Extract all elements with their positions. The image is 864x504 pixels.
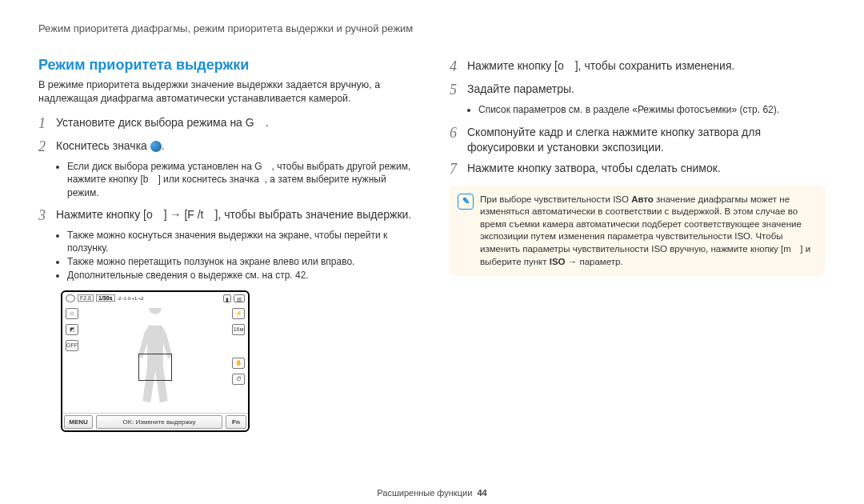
camera-top-bar: F2.8 1/30s -2··-1··0··+1··+2 ▮ ▥ — [62, 292, 248, 305]
note-icon: ✎ — [458, 194, 474, 210]
note-bold: Авто — [631, 194, 654, 204]
globe-icon — [150, 141, 162, 152]
step-text: Скомпонуйте кадр и слегка нажмите кнопку… — [467, 123, 826, 156]
footer-label: Расширенные функции — [377, 488, 472, 498]
note-text-part: → параметр. — [566, 257, 623, 266]
step-text: Коснитесь значка . — [56, 137, 165, 157]
section-intro: В режиме приоритета выдержки значение вы… — [38, 78, 414, 106]
left-column: Режим приоритета выдержки В режиме приор… — [38, 57, 414, 432]
page-header: Режим приоритета диафрагмы, режим приори… — [38, 22, 826, 34]
bullet-item: Также можно перетащить ползунок на экран… — [67, 255, 414, 268]
page-number: 44 — [477, 488, 486, 498]
step-1: 1 Установите диск выбора режима на G . — [38, 114, 414, 134]
note-text-part: При выборе чувствительности ISO — [480, 194, 631, 204]
step-2: 2 Коснитесь значка . — [38, 137, 414, 157]
step-4: 4 Нажмите кнопку [o ], чтобы сохранить и… — [450, 57, 826, 77]
ok-hint: OK: Измените выдержку — [96, 415, 222, 429]
section-title: Режим приоритета выдержки — [38, 57, 414, 74]
step-5-bullets: Список параметров см. в разделе «Режимы … — [474, 103, 826, 116]
aperture-value: F2.8 — [78, 294, 94, 302]
step-5: 5 Задайте параметры. — [450, 80, 826, 100]
step-number: 5 — [450, 80, 467, 100]
mode-icon — [66, 294, 75, 302]
step-text: Установите диск выбора режима на G . — [56, 114, 269, 134]
note-box: ✎ При выборе чувствительности ISO Авто з… — [450, 186, 826, 276]
step-2-bullets: Если диск выбора режима установлен на G … — [62, 160, 414, 199]
camera-bottom-bar: MENU OK: Измените выдержку Fn — [62, 413, 248, 430]
step-number: 7 — [450, 159, 467, 179]
right-column: 4 Нажмите кнопку [o ], чтобы сохранить и… — [450, 57, 826, 432]
step-text: Нажмите кнопку [o ] → [F /t ], чтобы выб… — [56, 206, 411, 226]
ev-scale: -2··-1··0··+1··+2 — [118, 296, 144, 301]
step-text-post: . — [162, 139, 165, 152]
shutter-value: 1/30s — [96, 294, 115, 302]
page-footer: Расширенные функции 44 — [0, 488, 864, 498]
step-number: 3 — [38, 206, 56, 226]
bullet-text: Если диск выбора режима установлен на G … — [67, 161, 410, 198]
note-bold: ISO — [550, 257, 566, 266]
step-text-pre: Коснитесь значка — [56, 139, 150, 152]
step-3: 3 Нажмите кнопку [o ] → [F /t ], чтобы в… — [38, 206, 414, 226]
step-text: Нажмите кнопку затвора, чтобы сделать сн… — [467, 159, 721, 179]
camera-body — [62, 305, 248, 413]
step-number: 4 — [450, 57, 467, 77]
camera-preview-illustration: F2.8 1/30s -2··-1··0··+1··+2 ▮ ▥ ⌂ ◩ OFF… — [61, 290, 250, 432]
step-7: 7 Нажмите кнопку затвора, чтобы сделать … — [450, 159, 826, 179]
single-shot-icon: ▮ — [223, 294, 231, 302]
battery-icon: ▥ — [234, 294, 245, 302]
step-text: Задайте параметры. — [467, 80, 574, 100]
step-text: Нажмите кнопку [o ], чтобы сохранить изм… — [467, 57, 734, 77]
fn-button[interactable]: Fn — [226, 415, 246, 429]
bullet-item: Список параметров см. в разделе «Режимы … — [478, 103, 826, 116]
bullet-item: Если диск выбора режима установлен на G … — [67, 160, 414, 199]
focus-box — [138, 354, 172, 381]
bullet-item: Также можно коснуться значения выдержки … — [67, 229, 414, 254]
bullet-item: Дополнительные сведения о выдержке см. н… — [67, 269, 414, 282]
step-number: 1 — [38, 114, 56, 134]
note-text: При выборе чувствительности ISO Авто зна… — [480, 194, 816, 268]
note-text-part: значение диафрагмы может не изменяться а… — [480, 194, 810, 266]
menu-button[interactable]: MENU — [64, 415, 93, 429]
step-6: 6 Скомпонуйте кадр и слегка нажмите кноп… — [450, 123, 826, 156]
step-3-bullets: Также можно коснуться значения выдержки … — [62, 229, 414, 282]
step-number: 6 — [450, 123, 467, 156]
step-number: 2 — [38, 137, 56, 157]
